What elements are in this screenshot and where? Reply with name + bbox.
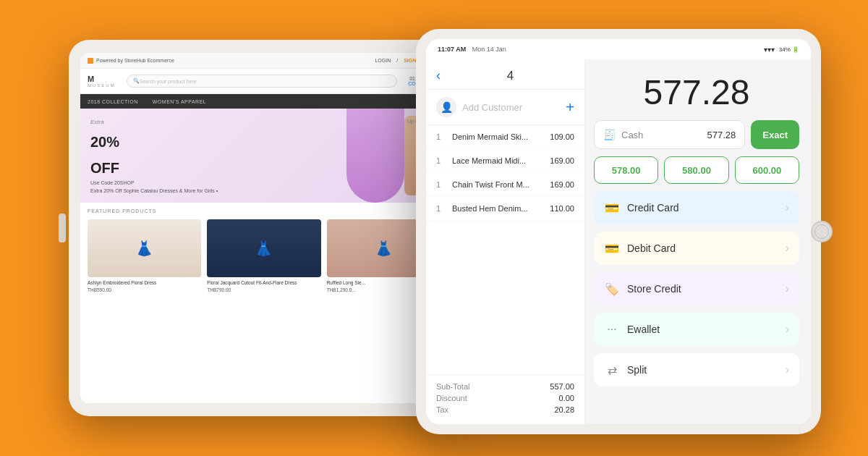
cash-icon: 🧾 <box>603 129 616 140</box>
split-label: Split <box>627 364 778 376</box>
ec-top-bar: Powered by StoreHub Ecommerce LOGIN / SI… <box>80 53 448 69</box>
chevron-right-icon: › <box>786 323 789 336</box>
home-button-inner <box>814 224 829 239</box>
payment-store-credit[interactable]: 🏷️ Store Credit › <box>594 272 799 305</box>
chevron-right-icon: › <box>786 282 789 295</box>
store-credit-label: Store Credit <box>627 283 778 295</box>
quick-amount-578[interactable]: 578.00 <box>594 156 658 184</box>
product-item[interactable]: 👗 Floral Jacquard Cutout Fit-And-Flare D… <box>207 219 320 292</box>
ecommerce-screen: Powered by StoreHub Ecommerce LOGIN / SI… <box>80 53 448 403</box>
store-credit-icon: 🏷️ <box>604 282 620 296</box>
order-item[interactable]: 1 Lace Mermaid Midi... 169.00 <box>426 149 584 173</box>
time-display: 11:07 AM <box>438 46 466 53</box>
add-customer-button[interactable]: + <box>566 99 574 116</box>
payment-ewallet[interactable]: ··· Ewallet › <box>594 313 799 346</box>
back-button[interactable]: ‹ <box>436 68 441 83</box>
banner-image-1 <box>346 109 404 203</box>
discount-row: Discount 0.00 <box>436 394 574 402</box>
quick-amount-580[interactable]: 580.00 <box>664 156 728 184</box>
featured-title: FEATURED PRODUCTS <box>88 208 441 214</box>
order-item[interactable]: 1 Chain Twist Front M... 169.00 <box>426 173 584 197</box>
home-button[interactable] <box>811 221 833 242</box>
ec-header: M MUSEUM 🔍 Search your product here 0112… <box>80 69 448 94</box>
cash-amount: 577.28 <box>707 130 736 140</box>
pos-body: ‹ 4 👤 Add Customer + 1 Denim Mermaid Ski… <box>426 59 811 424</box>
side-button <box>59 214 66 242</box>
exact-button[interactable]: Exact <box>751 120 799 149</box>
status-bar: 11:07 AM Mon 14 Jan ▾▾▾ 34% 🔋 <box>426 39 811 59</box>
customer-icon: 👤 <box>436 97 456 117</box>
product-image: 👗 <box>207 219 320 277</box>
payment-split[interactable]: ⇄ Split › <box>594 353 799 387</box>
order-item[interactable]: 1 Busted Hem Denim... 110.00 <box>426 197 584 221</box>
tax-row: Tax 20.28 <box>436 405 574 414</box>
featured-section: FEATURED PRODUCTS 👗 Ashlyn Embroidered F… <box>80 203 448 298</box>
order-summary: Sub-Total 557.00 Discount 0.00 Tax 20.28 <box>426 374 584 424</box>
total-amount: 577.28 <box>594 71 799 113</box>
credit-card-icon: 💳 <box>604 201 620 215</box>
pos-nav: ‹ 4 <box>426 59 584 90</box>
ewallet-icon: ··· <box>604 323 620 336</box>
cash-row: 🧾 Cash 577.28 Exact <box>594 120 799 149</box>
chevron-right-icon: › <box>786 363 789 376</box>
brand-dot <box>88 58 93 64</box>
cash-label: Cash <box>621 130 702 140</box>
status-left: 11:07 AM Mon 14 Jan <box>438 46 506 53</box>
date-display: Mon 14 Jan <box>472 46 506 53</box>
debit-card-label: Debit Card <box>627 242 778 254</box>
chevron-right-icon: › <box>786 242 789 255</box>
promo-banner: Extra 20% OFF Use Code 20SHOP Extra 20% … <box>80 109 448 203</box>
banner-description: Extra 20% Off Sophie Catalou Dresses & M… <box>90 188 218 193</box>
payment-credit-card[interactable]: 💳 Credit Card › <box>594 191 799 224</box>
payment-debit-card[interactable]: 💳 Debit Card › <box>594 232 799 265</box>
pos-right-panel: 577.28 🧾 Cash 577.28 Exact 578.00 580.00… <box>585 59 811 424</box>
wifi-icon: ▾▾▾ <box>764 46 775 54</box>
split-icon: ⇄ <box>604 363 620 377</box>
ec-nav: 2018 COLLECTION WOMEN'S APPAREL <box>80 94 448 109</box>
order-number: 4 <box>446 69 574 83</box>
front-ipad: 11:07 AM Mon 14 Jan ▾▾▾ 34% 🔋 ‹ 4 <box>416 29 821 434</box>
status-right: ▾▾▾ 34% 🔋 <box>764 46 799 54</box>
credit-card-label: Credit Card <box>627 202 778 214</box>
powered-label: Powered by StoreHub Ecommerce <box>88 58 174 64</box>
product-image: 👗 <box>88 219 201 277</box>
order-item[interactable]: 1 Denim Mermaid Ski... 109.00 <box>426 125 584 149</box>
product-grid: 👗 Ashlyn Embroidered Floral Dress THB590… <box>88 219 441 292</box>
order-items-list: 1 Denim Mermaid Ski... 109.00 1 Lace Mer… <box>426 125 584 374</box>
chevron-right-icon: › <box>786 201 789 214</box>
subtotal-row: Sub-Total 557.00 <box>436 382 574 391</box>
discount-headline: 20% OFF <box>90 125 218 177</box>
pos-left-panel: ‹ 4 👤 Add Customer + 1 Denim Mermaid Ski… <box>426 59 585 424</box>
banner-code: Use Code 20SHOP <box>90 180 218 185</box>
quick-amount-buttons: 578.00 580.00 600.00 <box>594 156 799 184</box>
store-logo: M MUSEUM <box>88 75 116 88</box>
back-ipad: Powered by StoreHub Ecommerce LOGIN / SI… <box>69 40 459 416</box>
customer-row[interactable]: 👤 Add Customer + <box>426 90 584 125</box>
debit-card-icon: 💳 <box>604 242 620 256</box>
product-item[interactable]: 👗 Ashlyn Embroidered Floral Dress THB590… <box>88 219 201 292</box>
search-bar[interactable]: 🔍 Search your product here <box>127 75 397 88</box>
cash-input[interactable]: 🧾 Cash 577.28 <box>594 120 745 149</box>
ewallet-label: Ewallet <box>627 324 778 335</box>
pos-screen: 11:07 AM Mon 14 Jan ▾▾▾ 34% 🔋 ‹ 4 <box>426 39 811 424</box>
banner-text: Extra 20% OFF Use Code 20SHOP Extra 20% … <box>80 111 228 200</box>
battery-indicator: 34% 🔋 <box>779 46 799 53</box>
search-icon: 🔍 <box>133 78 140 84</box>
quick-amount-600[interactable]: 600.00 <box>735 156 799 184</box>
user-icon: 👤 <box>441 101 453 113</box>
add-customer-label: Add Customer <box>462 102 560 113</box>
